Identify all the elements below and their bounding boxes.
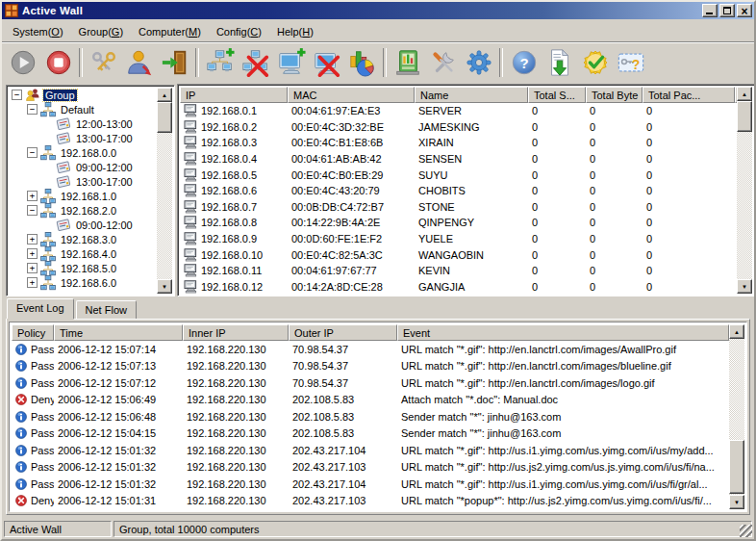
tree-item[interactable]: 09:00-12:00 [9,160,157,174]
collapse-toggle[interactable]: − [12,90,22,100]
computer-row[interactable]: 192.168.0.1000:E0:4C:82:5A:3CWANGAOBIN00… [180,246,737,263]
minimize-button[interactable] [702,4,718,17]
column-header[interactable]: Name [415,87,528,103]
tree-item[interactable]: 13:00-17:00 [9,131,157,145]
toolbar-button-tools[interactable] [425,44,461,81]
toolbar-button-logout[interactable] [157,44,192,81]
event-row[interactable]: Deny2006-12-12 15:06:49192.168.220.13020… [12,392,729,409]
toolbar-button-statistics[interactable] [344,44,380,81]
toolbar-button-start[interactable] [5,44,40,81]
computer-row[interactable]: 192.168.0.100:04:61:97:EA:E3SERVER000 [180,103,737,119]
resize-grip[interactable] [740,525,752,537]
column-header[interactable]: Policy [12,324,54,341]
menu-computer[interactable]: Computer(M) [131,23,209,40]
tree-item[interactable]: +192.168.1.0 [9,189,157,203]
maximize-button[interactable] [719,4,735,17]
event-table-scrollbar[interactable] [729,324,744,509]
toolbar-button-add-computer[interactable] [273,44,309,81]
scroll-thumb[interactable] [729,440,744,494]
titlebar[interactable]: Active Wall [2,2,754,19]
toolbar-button-help[interactable]: ? [506,44,542,81]
menu-system[interactable]: System(O) [5,23,71,40]
column-header[interactable]: Outer IP [289,324,397,341]
scroll-track[interactable] [737,101,752,279]
close-button[interactable] [737,4,752,17]
collapse-toggle[interactable]: − [27,205,38,216]
event-row[interactable]: Pass2006-12-12 15:07:14192.168.220.13070… [12,341,729,358]
column-header[interactable]: Time [54,324,183,341]
event-row[interactable]: Pass2006-12-12 15:01:32192.168.220.13020… [12,476,729,493]
event-row[interactable]: Pass2006-12-12 15:07:12192.168.220.13070… [12,374,729,392]
column-header[interactable]: Total Byte [586,87,643,103]
scroll-down-button[interactable] [729,495,744,509]
computer-row[interactable]: 192.168.0.300:E0:4C:B1:E8:6BXIRAIN000 [180,135,737,151]
tree-item[interactable]: +192.168.4.0 [9,246,157,261]
tree-item[interactable]: 09:00-12:00 [9,218,157,232]
scroll-up-button[interactable] [737,87,752,101]
computer-row[interactable]: 192.168.0.900:0D:60:FE:1E:F2YUELE000 [180,231,737,247]
toolbar-button-flow-monitor[interactable] [390,44,425,81]
menu-group[interactable]: Group(G) [71,23,131,40]
scroll-up-button[interactable] [157,88,172,102]
computer-row[interactable]: 192.168.0.600:E0:4C:43:20:79CHOBITS000 [180,183,737,199]
computer-row[interactable]: 192.168.0.1100:04:61:97:67:77KEVIN000 [180,263,737,279]
scroll-track[interactable] [157,102,172,279]
collapse-toggle[interactable]: − [27,147,38,158]
toolbar-button-password[interactable] [86,44,121,81]
computer-row[interactable]: 192.168.0.400:04:61:AB:AB:42SENSEN000 [180,151,737,167]
toolbar-button-delete-group[interactable] [238,44,273,81]
tree-item[interactable]: −Group [9,88,157,102]
toolbar-button-add-group[interactable] [202,44,238,81]
expand-toggle[interactable]: + [27,191,38,201]
expand-toggle[interactable]: + [27,248,38,259]
tab-event-log[interactable]: Event Log [7,298,74,319]
tree-item[interactable]: +192.168.6.0 [9,275,157,290]
event-row[interactable]: Pass2006-12-12 15:01:32192.168.220.13020… [12,459,729,477]
event-row[interactable]: Pass2006-12-12 15:07:13192.168.220.13070… [12,358,729,375]
event-row[interactable]: Pass2006-12-12 15:04:15192.168.220.13020… [12,425,729,443]
column-header[interactable]: IP [180,87,288,103]
menu-config[interactable]: Config(C) [209,23,269,40]
tab-net-flow[interactable]: Net Flow [76,300,137,319]
column-header[interactable]: Total S... [528,87,586,103]
tree-item[interactable]: +192.168.5.0 [9,261,157,275]
scroll-down-button[interactable] [157,279,172,294]
column-header[interactable]: Event [397,324,729,341]
event-row[interactable]: Deny2006-12-12 15:01:31192.168.220.13020… [12,493,729,510]
tree-item[interactable]: +192.168.3.0 [9,232,157,246]
expand-toggle[interactable]: + [27,234,38,245]
tree-item[interactable]: −192.168.2.0 [9,203,157,218]
computer-row[interactable]: 192.168.0.800:14:22:9B:4A:2EQINPENGY000 [180,215,737,231]
event-row[interactable]: Pass2006-12-12 15:01:32192.168.220.13020… [12,442,729,459]
toolbar-button-activate[interactable] [577,44,613,81]
expand-toggle[interactable]: + [27,263,38,273]
toolbar-button-export[interactable] [542,44,577,81]
computer-table-scrollbar[interactable] [737,87,752,294]
toolbar-button-delete-computer[interactable] [309,44,344,81]
computer-row[interactable]: 192.168.0.200:E0:4C:3D:32:BEJAMESKING000 [180,119,737,136]
tree-item[interactable]: 13:00-17:00 [9,174,157,189]
menu-help[interactable]: Help(H) [269,23,321,40]
toolbar-button-about[interactable]: ? [613,44,648,81]
computer-row[interactable]: 192.168.0.500:E0:4C:B0:EB:29SUYU000 [180,167,737,183]
column-header[interactable]: Inner IP [183,324,289,341]
toolbar-button-stop[interactable] [40,44,76,81]
scroll-track[interactable] [729,339,744,495]
scroll-down-button[interactable] [737,279,752,294]
tree-item[interactable]: 12:00-13:00 [9,116,157,131]
scroll-up-button[interactable] [729,324,744,339]
tree-item[interactable]: −192.168.0.0 [9,145,157,160]
computer-row[interactable]: 192.168.0.700:0B:DB:C4:72:B7STONE000 [180,199,737,216]
column-header[interactable]: MAC [288,87,415,103]
tree-scrollbar[interactable] [157,88,172,294]
scroll-thumb[interactable] [157,102,172,133]
computer-row[interactable]: 192.168.0.1200:14:2A:8D:CE:28GANGJIA000 [180,279,737,294]
scroll-thumb[interactable] [737,101,752,132]
column-header[interactable]: Total Pac... [643,87,735,103]
toolbar-button-options[interactable] [461,44,496,81]
toolbar-button-account[interactable] [121,44,157,81]
tree-item[interactable]: −Default [9,102,157,116]
event-row[interactable]: Pass2006-12-12 15:06:48192.168.220.13020… [12,408,729,425]
expand-toggle[interactable]: + [27,277,38,288]
collapse-toggle[interactable]: − [27,104,38,115]
